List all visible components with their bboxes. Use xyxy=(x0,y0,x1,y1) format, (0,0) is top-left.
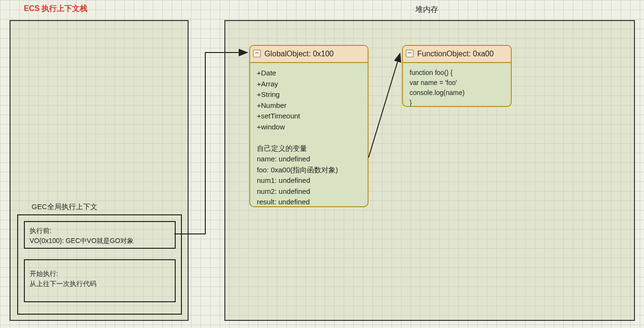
function-object-title: FunctionObject: 0xa00 xyxy=(417,50,494,58)
function-object-body: function foo() { var name = 'foo' consol… xyxy=(403,63,511,107)
gec-start-line1: 开始执行: xyxy=(30,269,170,279)
diagram-canvas: ECS 执行上下文栈 堆内存 GEC全局执行上下文 执行前: VO(0x100)… xyxy=(0,0,644,328)
gec-before-cell: 执行前: VO(0x100): GEC中VO就是GO对象 xyxy=(24,221,176,249)
function-object-header: − FunctionObject: 0xa00 xyxy=(403,46,511,63)
global-object-header: − GlobalObject: 0x100 xyxy=(250,46,368,63)
function-object-box: − FunctionObject: 0xa00 function foo() {… xyxy=(402,45,512,107)
global-object-body: +Date +Array +String +Number +setTimeoun… xyxy=(250,63,368,207)
gec-before-line2: VO(0x100): GEC中VO就是GO对象 xyxy=(30,236,170,246)
gec-start-line2: 从上往下一次执行代码 xyxy=(30,279,170,289)
gec-label: GEC全局执行上下文 xyxy=(32,202,97,212)
gec-before-line1: 执行前: xyxy=(30,226,170,236)
global-object-title: GlobalObject: 0x100 xyxy=(264,50,334,58)
heap-title: 堆内存 xyxy=(415,5,438,15)
heap-box: − GlobalObject: 0x100 +Date +Array +Stri… xyxy=(224,20,635,321)
gec-box: 执行前: VO(0x100): GEC中VO就是GO对象 开始执行: 从上往下一… xyxy=(17,214,182,315)
collapse-icon[interactable]: − xyxy=(253,50,261,57)
collapse-icon[interactable]: − xyxy=(406,50,413,57)
ecs-stack-box: GEC全局执行上下文 执行前: VO(0x100): GEC中VO就是GO对象 … xyxy=(10,20,189,321)
gec-start-cell: 开始执行: 从上往下一次执行代码 xyxy=(24,259,176,302)
ecs-title: ECS 执行上下文栈 xyxy=(24,4,87,14)
global-object-box: − GlobalObject: 0x100 +Date +Array +Stri… xyxy=(249,45,369,207)
